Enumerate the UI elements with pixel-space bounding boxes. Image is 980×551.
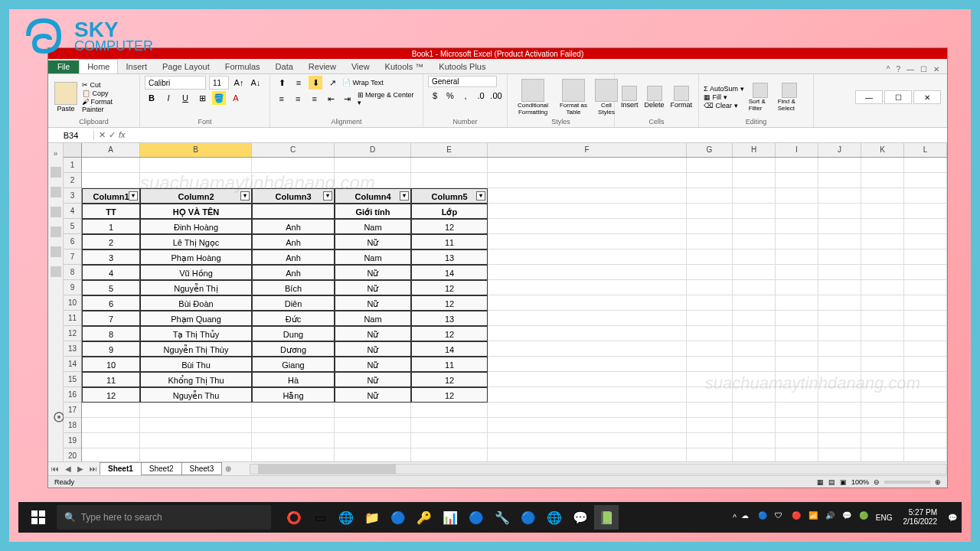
cell-I15[interactable] <box>776 372 818 387</box>
cell-G17[interactable] <box>687 403 733 418</box>
cortana-icon[interactable]: ⭕ <box>282 505 306 530</box>
cell-L4[interactable] <box>904 204 947 219</box>
row-header-11[interactable]: 11 <box>64 311 81 326</box>
app-icon-3[interactable]: 🔵 <box>464 505 488 530</box>
percent-icon[interactable]: % <box>443 89 457 103</box>
cell-K8[interactable] <box>861 265 904 280</box>
decrease-font-icon[interactable]: A↓ <box>249 76 263 90</box>
taskbar-search[interactable]: 🔍 Type here to search <box>57 505 271 530</box>
cell-B10[interactable]: Bùi Đoàn <box>140 295 252 311</box>
increase-font-icon[interactable]: A↑ <box>232 76 246 90</box>
tab-insert[interactable]: Insert <box>118 60 155 73</box>
align-right-icon[interactable]: ≡ <box>308 92 322 106</box>
cell-G2[interactable] <box>687 173 733 188</box>
cell-K12[interactable] <box>861 326 904 341</box>
cell-K9[interactable] <box>861 280 904 295</box>
cell-E18[interactable] <box>411 418 488 433</box>
cell-C11[interactable]: Đức <box>252 311 335 326</box>
cell-L14[interactable] <box>904 357 947 372</box>
cell-L8[interactable] <box>904 265 947 280</box>
cell-K10[interactable] <box>861 295 904 311</box>
cell-G20[interactable] <box>687 448 733 461</box>
cell-L16[interactable] <box>904 387 947 403</box>
cell-D13[interactable]: Nữ <box>335 341 411 357</box>
fx-icon[interactable]: fx <box>119 130 126 140</box>
row-header-6[interactable]: 6 <box>64 234 81 249</box>
cell-E20[interactable] <box>411 448 488 461</box>
row-header-5[interactable]: 5 <box>64 219 81 234</box>
cell-G6[interactable] <box>687 234 733 249</box>
cell-H19[interactable] <box>733 433 776 448</box>
cell-K17[interactable] <box>861 403 904 418</box>
cell-A8[interactable]: 4 <box>82 265 140 280</box>
cell-I7[interactable] <box>776 249 818 265</box>
cell-K14[interactable] <box>861 357 904 372</box>
copy-button[interactable]: 📋 Copy <box>82 90 135 97</box>
cell-D5[interactable]: Nam <box>335 219 411 234</box>
cell-J13[interactable] <box>818 341 861 357</box>
cell-K11[interactable] <box>861 311 904 326</box>
zoom-out-icon[interactable]: ⊖ <box>874 478 880 486</box>
align-center-icon[interactable]: ≡ <box>292 92 305 106</box>
cell-G5[interactable] <box>687 219 733 234</box>
align-bottom-icon[interactable]: ⬇ <box>309 76 322 90</box>
cell-J14[interactable] <box>818 357 861 372</box>
col-header-H[interactable]: H <box>733 143 776 157</box>
col-header-A[interactable]: A <box>82 143 140 157</box>
cell-J8[interactable] <box>818 265 861 280</box>
cell-F1[interactable] <box>488 158 687 173</box>
window-titlebar[interactable]: Book1 - Microsoft Excel (Product Activat… <box>48 48 947 59</box>
app-icon-6[interactable]: 🌐 <box>542 505 567 530</box>
cell-G14[interactable] <box>687 357 733 372</box>
cell-E2[interactable] <box>411 173 488 188</box>
cell-A17[interactable] <box>82 403 140 418</box>
cell-J11[interactable] <box>818 311 861 326</box>
cell-H8[interactable] <box>733 265 776 280</box>
cell-I16[interactable] <box>776 387 818 403</box>
cell-I1[interactable] <box>776 158 818 173</box>
cell-H13[interactable] <box>733 341 776 357</box>
app-icon-1[interactable]: 🔑 <box>412 505 436 530</box>
cell-I3[interactable] <box>776 188 818 204</box>
cell-D20[interactable] <box>335 448 411 461</box>
cell-A16[interactable]: 12 <box>82 387 140 403</box>
taskbar-clock[interactable]: 5:27 PM2/16/2022 <box>897 508 944 527</box>
col-header-K[interactable]: K <box>861 143 904 157</box>
row-header-13[interactable]: 13 <box>64 341 81 357</box>
cell-H15[interactable] <box>733 372 776 387</box>
cell-B17[interactable] <box>140 403 252 418</box>
cell-B5[interactable]: Đinh Hoàng <box>140 219 252 234</box>
increase-decimal-icon[interactable]: .0 <box>474 89 488 103</box>
cell-F11[interactable] <box>488 311 687 326</box>
cell-K4[interactable] <box>861 204 904 219</box>
cell-D7[interactable]: Nam <box>335 249 411 265</box>
tab-kutools[interactable]: Kutools ™ <box>377 60 432 73</box>
tab-home[interactable]: Home <box>79 59 118 73</box>
cell-E14[interactable]: 11 <box>411 357 488 372</box>
row-header-19[interactable]: 19 <box>64 433 81 448</box>
cell-B7[interactable]: Phạm Hoàng <box>140 249 252 265</box>
underline-button[interactable]: U <box>178 91 192 105</box>
cell-J3[interactable] <box>818 188 861 204</box>
row-header-16[interactable]: 16 <box>64 387 81 403</box>
cell-A7[interactable]: 3 <box>82 249 140 265</box>
row-header-8[interactable]: 8 <box>64 265 81 280</box>
sort-filter-button[interactable]: Sort & Filter <box>747 81 773 113</box>
cell-B11[interactable]: Phạm Quang <box>140 311 252 326</box>
cell-C1[interactable] <box>252 158 335 173</box>
cell-B16[interactable]: Nguyễn Thu <box>140 387 252 403</box>
cell-J6[interactable] <box>818 234 861 249</box>
app-icon-2[interactable]: 📊 <box>438 505 462 530</box>
fill-button[interactable]: ▦ Fill ▾ <box>704 93 744 101</box>
tool-icon-3[interactable] <box>51 207 61 217</box>
view-normal-icon[interactable]: ▦ <box>817 478 824 486</box>
paste-button[interactable]: Paste <box>53 80 79 114</box>
cell-G18[interactable] <box>687 418 733 433</box>
cell-J2[interactable] <box>818 173 861 188</box>
cell-D12[interactable]: Nữ <box>335 326 411 341</box>
cell-K7[interactable] <box>861 249 904 265</box>
tab-file[interactable]: File <box>48 60 79 73</box>
decrease-decimal-icon[interactable]: .00 <box>489 89 503 103</box>
excel-taskbar-icon[interactable]: 📗 <box>594 505 619 530</box>
notifications-icon[interactable]: 💬 <box>948 514 957 522</box>
